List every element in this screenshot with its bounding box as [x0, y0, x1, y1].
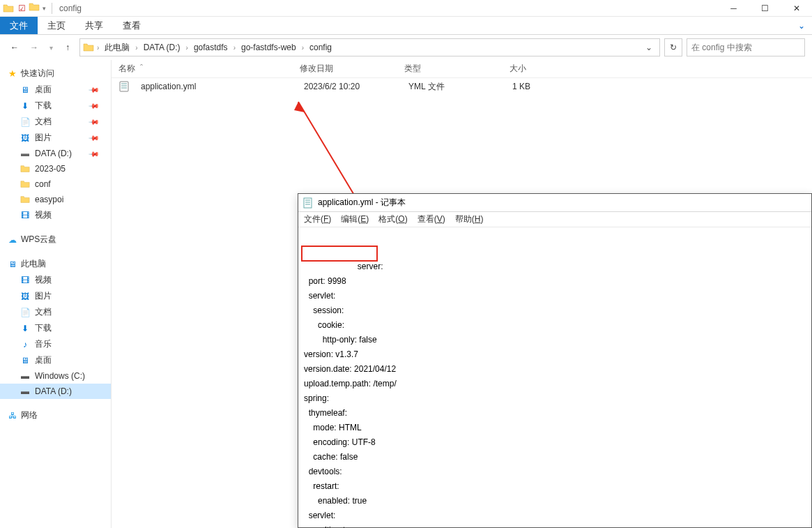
column-type[interactable]: 类型	[397, 63, 477, 75]
minimize-button[interactable]: ─	[718, 0, 749, 17]
sidebar-item-video[interactable]: 🎞视频	[0, 207, 111, 223]
notepad-menu-help[interactable]: 帮助(H)	[455, 213, 484, 225]
sidebar-item-drive-d-pc[interactable]: ▬DATA (D:)	[0, 384, 111, 399]
tab-view[interactable]: 查看	[113, 17, 151, 34]
titlebar-separator	[52, 3, 52, 14]
pin-icon: 📌	[89, 84, 100, 95]
svg-rect-6	[304, 198, 312, 208]
qat-properties-icon[interactable]: ☑	[18, 3, 26, 13]
navigation-bar: ← → ▾ ↑ › 此电脑 › DATA (D:) › gofastdfs › …	[0, 35, 812, 60]
chevron-right-icon[interactable]: ›	[134, 44, 139, 52]
breadcrumb-config[interactable]: config	[307, 43, 335, 52]
sidebar-item-documents-pc[interactable]: 📄文档	[0, 304, 111, 320]
video-icon: 🎞	[20, 275, 31, 286]
drive-icon: ▬	[20, 148, 31, 159]
star-icon: ★	[8, 68, 17, 79]
pin-icon: 📌	[89, 148, 100, 159]
chevron-right-icon[interactable]: ›	[95, 44, 100, 52]
notepad-menubar: 文件(F) 编辑(E) 格式(O) 查看(V) 帮助(H)	[298, 212, 811, 227]
file-list-pane: 名称ˆ 修改日期 类型 大小 application.yml 2023/6/2 …	[112, 60, 812, 528]
notepad-menu-format[interactable]: 格式(O)	[378, 213, 407, 225]
desktop-icon: 🖥	[20, 355, 31, 366]
pin-icon: 📌	[89, 132, 100, 143]
sidebar-this-pc[interactable]: 🖥 此电脑	[0, 256, 111, 272]
sidebar-item-drive-d[interactable]: ▬DATA (D:)📌	[0, 146, 111, 161]
chevron-right-icon[interactable]: ›	[232, 44, 237, 52]
sidebar-item-conf[interactable]: conf	[0, 176, 111, 192]
notepad-titlebar[interactable]: application.yml - 记事本	[298, 194, 811, 212]
sidebar-item-easypoi[interactable]: easypoi	[0, 192, 111, 207]
notepad-menu-view[interactable]: 查看(V)	[418, 213, 445, 225]
sidebar-network[interactable]: 🖧 网络	[0, 407, 111, 423]
sort-indicator-icon: ˆ	[138, 63, 145, 73]
download-icon: ⬇	[20, 100, 31, 112]
address-bar[interactable]: › 此电脑 › DATA (D:) › gofastdfs › go-fastd…	[79, 38, 660, 56]
nav-forward-button[interactable]: →	[26, 40, 42, 55]
breadcrumb-go-fastdfs-web[interactable]: go-fastdfs-web	[238, 43, 299, 52]
column-name[interactable]: 名称ˆ	[112, 63, 293, 75]
notepad-menu-edit[interactable]: 编辑(E)	[341, 213, 369, 225]
sidebar-wps-cloud[interactable]: ☁ WPS云盘	[0, 232, 111, 248]
drive-icon: ▬	[20, 386, 31, 397]
sidebar-item-2023-05[interactable]: 2023-05	[0, 161, 111, 176]
file-name: application.yml	[134, 82, 297, 91]
file-row[interactable]: application.yml 2023/6/2 10:20 YML 文件 1 …	[112, 78, 812, 95]
chevron-right-icon[interactable]: ›	[300, 44, 305, 52]
svg-marker-5	[294, 102, 305, 112]
breadcrumb-drive[interactable]: DATA (D:)	[141, 43, 183, 52]
video-icon: 🎞	[20, 210, 31, 221]
sidebar-item-drive-c[interactable]: ▬Windows (C:)	[0, 368, 111, 384]
main-area: ★ 快速访问 🖥桌面📌 ⬇下载📌 📄文档📌 🖼图片📌 ▬DATA (D:)📌 2…	[0, 60, 812, 528]
sidebar-item-downloads-pc[interactable]: ⬇下载	[0, 320, 111, 336]
file-type: YML 文件	[401, 81, 482, 93]
nav-history-dropdown[interactable]: ▾	[46, 40, 56, 55]
network-icon: 🖧	[8, 411, 17, 421]
document-icon: 📄	[20, 307, 31, 318]
download-icon: ⬇	[20, 323, 31, 334]
notepad-window[interactable]: application.yml - 记事本 文件(F) 编辑(E) 格式(O) …	[298, 193, 812, 528]
search-input[interactable]: 在 config 中搜索	[687, 38, 805, 56]
drive-icon: ▬	[20, 370, 31, 382]
sidebar-label: 快速访问	[21, 68, 54, 80]
refresh-button[interactable]: ↻	[664, 38, 682, 56]
quick-access-toolbar: ☑ ▾	[15, 1, 49, 15]
close-button[interactable]: ✕	[781, 0, 812, 17]
document-icon: 📄	[20, 116, 31, 128]
sidebar-item-pictures-pc[interactable]: 🖼图片	[0, 288, 111, 304]
notepad-title-text: application.yml - 记事本	[318, 197, 406, 209]
notepad-content: server: port: 9998 servlet: session: coo…	[304, 262, 397, 528]
notepad-menu-file[interactable]: 文件(F)	[304, 213, 331, 225]
folder-icon	[20, 179, 31, 190]
sidebar-item-music[interactable]: ♪音乐	[0, 336, 111, 352]
ribbon-tabs: 文件 主页 共享 查看 ⌄	[0, 17, 812, 35]
file-date: 2023/6/2 10:20	[297, 82, 401, 91]
sidebar-item-desktop-pc[interactable]: 🖥桌面	[0, 352, 111, 368]
annotation-highlight-box	[301, 246, 378, 262]
address-dropdown-icon[interactable]: ⌄	[641, 43, 657, 52]
sidebar-quick-access[interactable]: ★ 快速访问	[0, 66, 111, 82]
breadcrumb-gofastdfs[interactable]: gofastdfs	[191, 43, 231, 52]
sidebar-item-downloads[interactable]: ⬇下载📌	[0, 98, 111, 114]
notepad-text-area[interactable]: server: port: 9998 servlet: session: coo…	[298, 227, 811, 528]
nav-back-button[interactable]: ←	[7, 40, 22, 55]
column-date[interactable]: 修改日期	[293, 63, 397, 75]
column-size[interactable]: 大小	[477, 63, 533, 75]
chevron-right-icon[interactable]: ›	[185, 44, 190, 52]
qat-dropdown-icon[interactable]: ▾	[43, 5, 46, 12]
qat-new-folder-icon[interactable]	[29, 1, 40, 15]
sidebar-item-desktop[interactable]: 🖥桌面📌	[0, 82, 111, 98]
breadcrumb-this-pc[interactable]: 此电脑	[102, 42, 132, 54]
navigation-pane: ★ 快速访问 🖥桌面📌 ⬇下载📌 📄文档📌 🖼图片📌 ▬DATA (D:)📌 2…	[0, 60, 112, 528]
sidebar-item-documents[interactable]: 📄文档📌	[0, 114, 111, 130]
nav-up-button[interactable]: ↑	[60, 40, 75, 55]
file-tab[interactable]: 文件	[0, 17, 38, 34]
notepad-icon	[302, 197, 314, 209]
pin-icon: 📌	[89, 100, 100, 111]
ribbon-help-icon[interactable]: ⌄	[791, 17, 812, 34]
sidebar-label: 网络	[21, 409, 38, 421]
sidebar-item-pictures[interactable]: 🖼图片📌	[0, 130, 111, 146]
tab-share[interactable]: 共享	[75, 17, 113, 34]
tab-home[interactable]: 主页	[38, 17, 75, 34]
maximize-button[interactable]: ☐	[749, 0, 781, 17]
sidebar-item-video-pc[interactable]: 🎞视频	[0, 272, 111, 288]
